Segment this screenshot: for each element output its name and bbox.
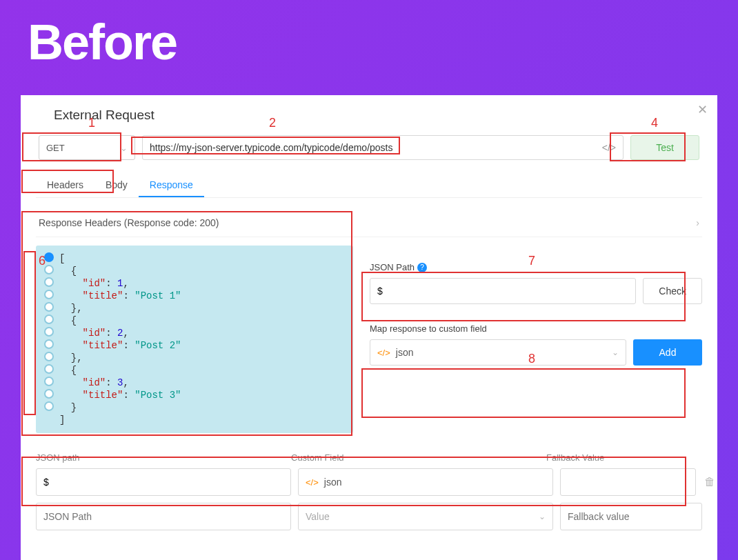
map-field-block: Map response to custom field </> json ⌄ …	[370, 323, 702, 366]
json-path-block: JSON Path ? Check	[370, 262, 702, 304]
json-path-label-text: JSON Path	[370, 262, 415, 272]
json-radio[interactable]	[44, 364, 54, 374]
mapping-fallback-input[interactable]	[560, 468, 696, 496]
json-radio[interactable]	[44, 352, 54, 361]
col-fallback: Fallback Value	[546, 452, 702, 463]
add-button[interactable]: Add	[633, 339, 702, 366]
json-text: [ { "id": 1, "title": "Post 1" }, { "id"…	[59, 252, 181, 426]
http-method-value: GET	[46, 143, 65, 153]
mapping-row: </> json 🗑	[36, 468, 702, 496]
custom-field-select[interactable]: </> json ⌄	[370, 339, 626, 366]
json-path-label: JSON Path ?	[370, 262, 702, 272]
mapping-path-input[interactable]	[36, 503, 291, 530]
chevron-down-icon: ⌄	[539, 512, 546, 521]
mapping-custom-select[interactable]: Value ⌄	[298, 503, 553, 530]
json-radio[interactable]	[44, 377, 54, 386]
close-icon[interactable]: ✕	[697, 102, 708, 117]
json-radio-root[interactable]	[44, 252, 54, 262]
mapping-table: JSON path Custom Field Fallback Value </…	[36, 450, 702, 530]
code-tag-icon: </>	[377, 348, 390, 358]
tab-headers[interactable]: Headers	[36, 174, 94, 197]
tab-response[interactable]: Response	[139, 174, 204, 197]
mapping-fallback-input[interactable]	[560, 503, 702, 530]
map-field-label: Map response to custom field	[370, 323, 702, 334]
response-headers-toggle[interactable]: Response Headers (Response code: 200) ›	[36, 209, 702, 237]
mapping-table-head: JSON path Custom Field Fallback Value	[36, 450, 702, 468]
json-radio[interactable]	[44, 265, 54, 274]
code-icon[interactable]: </>	[602, 142, 616, 153]
test-button[interactable]: Test	[630, 135, 699, 160]
mapping-row-empty: Value ⌄	[36, 503, 702, 530]
check-button[interactable]: Check	[643, 278, 702, 304]
mapping-custom-placeholder: Value	[306, 511, 330, 522]
json-radio[interactable]	[44, 339, 54, 349]
external-request-panel: ✕ External Request GET ⌄ </> Test Header…	[21, 95, 717, 560]
json-radio[interactable]	[44, 302, 54, 312]
slide-title: Before	[0, 0, 738, 77]
json-radio[interactable]	[44, 314, 54, 324]
panel-title: External Request	[36, 108, 702, 123]
json-node-radios	[44, 252, 54, 426]
tabs-bar: Headers Body Response	[36, 174, 702, 198]
json-path-input[interactable]	[370, 278, 636, 304]
json-radio[interactable]	[44, 277, 54, 287]
response-headers-label: Response Headers (Response code: 200)	[39, 217, 219, 228]
mapping-custom-select[interactable]: </> json	[298, 468, 553, 496]
response-body-area: [ { "id": 1, "title": "Post 1" }, { "id"…	[36, 246, 702, 433]
col-json-path: JSON path	[36, 452, 291, 463]
json-radio[interactable]	[44, 290, 54, 299]
url-input-wrap: </>	[142, 135, 624, 160]
http-method-select[interactable]: GET ⌄	[39, 135, 135, 160]
tab-body[interactable]: Body	[94, 174, 139, 197]
help-icon[interactable]: ?	[417, 263, 427, 272]
mapping-custom-value: json	[324, 477, 342, 488]
chevron-down-icon: ⌄	[612, 348, 619, 357]
chevron-down-icon: ⌄	[120, 143, 128, 153]
json-radio[interactable]	[44, 401, 54, 411]
right-column: JSON Path ? Check Map response to custom…	[370, 246, 702, 433]
json-response-viewer: [ { "id": 1, "title": "Post 1" }, { "id"…	[36, 246, 353, 433]
json-radio[interactable]	[44, 389, 54, 399]
custom-field-value: json	[396, 347, 414, 358]
request-row: GET ⌄ </> Test	[36, 135, 702, 160]
mapping-path-input[interactable]	[36, 468, 291, 496]
chevron-right-icon: ›	[696, 217, 699, 228]
json-radio[interactable]	[44, 327, 54, 337]
annotation-box	[23, 251, 36, 415]
url-input[interactable]	[150, 142, 597, 153]
col-custom-field: Custom Field	[291, 452, 546, 463]
code-tag-icon: </>	[306, 477, 319, 488]
trash-icon[interactable]: 🗑	[704, 476, 715, 488]
